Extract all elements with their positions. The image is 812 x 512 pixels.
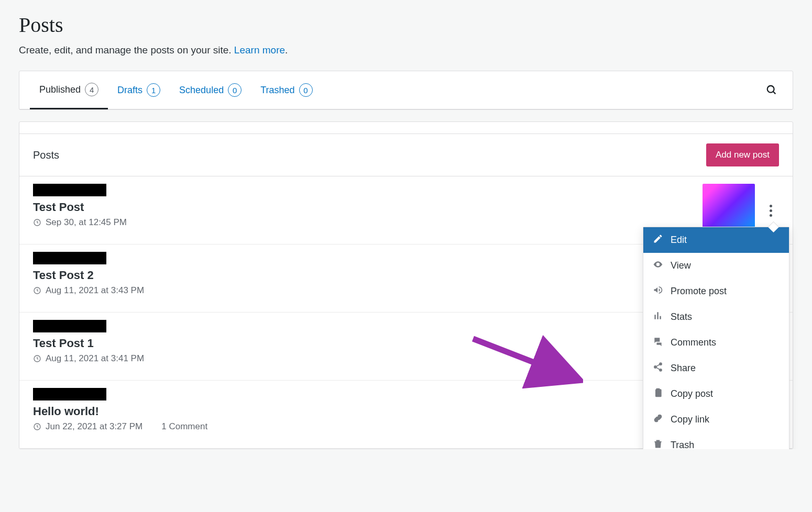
search-icon — [766, 84, 777, 96]
post-comments-count: 1 Comment — [161, 421, 207, 432]
clock-icon — [33, 354, 41, 363]
author-redacted — [33, 388, 106, 400]
menu-item-label: Trash — [671, 440, 694, 449]
tabs-bar: Published4Drafts1Scheduled0Trashed0 — [19, 71, 793, 109]
svg-line-1 — [773, 92, 776, 94]
post-date: Aug 11, 2021 at 3:43 PM — [46, 285, 144, 296]
author-redacted — [33, 252, 106, 264]
page-subtitle-suffix: . — [285, 44, 288, 55]
post-actions-menu: EditViewPromote postStatsCommentsShareCo… — [643, 227, 789, 449]
menu-item-label: Copy link — [671, 414, 709, 425]
menu-item-promote[interactable]: Promote post — [643, 279, 789, 304]
copypost-icon — [653, 387, 663, 400]
comments-icon — [653, 336, 663, 349]
tab-count: 0 — [299, 83, 313, 97]
edit-icon — [653, 233, 663, 247]
trash-icon — [653, 439, 663, 449]
svg-line-9 — [656, 364, 660, 366]
tab-label: Drafts — [117, 85, 142, 96]
learn-more-link[interactable]: Learn more — [234, 44, 285, 55]
tab-count: 1 — [147, 83, 160, 97]
post-main: Test PostSep 30, at 12:45 PM — [33, 184, 703, 228]
menu-item-copypost[interactable]: Copy post — [643, 381, 789, 407]
author-redacted — [33, 320, 106, 332]
tab-scheduled[interactable]: Scheduled0 — [170, 72, 251, 108]
post-date: Jun 22, 2021 at 3:27 PM — [46, 421, 142, 432]
post-list: Test PostSep 30, at 12:45 PMTest Post 2A… — [19, 176, 793, 449]
stats-icon — [653, 310, 663, 324]
tab-count: 4 — [85, 83, 98, 96]
list-heading: Posts — [33, 149, 59, 161]
post-title: Test Post — [33, 201, 703, 214]
more-actions-button[interactable] — [762, 184, 779, 217]
clock-icon — [33, 422, 41, 431]
menu-item-label: View — [671, 260, 691, 271]
clock-icon — [33, 218, 41, 227]
menu-item-copylink[interactable]: Copy link — [643, 407, 789, 432]
post-meta: Sep 30, at 12:45 PM — [33, 217, 703, 228]
posts-card: Posts Add new post Test PostSep 30, at 1… — [19, 121, 793, 449]
share-icon — [653, 362, 663, 375]
post-date: Aug 11, 2021 at 3:41 PM — [46, 353, 144, 364]
menu-item-share[interactable]: Share — [643, 355, 789, 381]
page-title: Posts — [19, 13, 793, 37]
author-redacted — [33, 184, 106, 196]
search-button[interactable] — [761, 80, 782, 101]
ellipsis-icon — [770, 205, 772, 217]
menu-item-label: Stats — [671, 311, 692, 322]
post-thumbnail — [703, 184, 755, 232]
menu-item-label: Copy post — [671, 388, 713, 399]
menu-item-label: Share — [671, 363, 696, 374]
page-subtitle-text: Create, edit, and manage the posts on yo… — [19, 44, 234, 55]
menu-item-view[interactable]: View — [643, 253, 789, 279]
tab-label: Published — [39, 84, 81, 95]
list-header: Posts Add new post — [19, 133, 793, 176]
menu-item-label: Edit — [671, 235, 687, 246]
tab-label: Trashed — [260, 85, 294, 96]
menu-item-stats[interactable]: Stats — [643, 304, 789, 330]
menu-item-comments[interactable]: Comments — [643, 330, 789, 355]
menu-item-trash[interactable]: Trash — [643, 432, 789, 449]
page-subtitle: Create, edit, and manage the posts on yo… — [19, 44, 793, 56]
copylink-icon — [653, 413, 663, 426]
svg-line-10 — [656, 368, 660, 370]
tab-count: 0 — [228, 83, 242, 97]
promote-icon — [653, 285, 663, 298]
post-date: Sep 30, at 12:45 PM — [46, 217, 127, 228]
tab-drafts[interactable]: Drafts1 — [108, 72, 170, 108]
tab-label: Scheduled — [179, 85, 224, 96]
svg-point-0 — [767, 86, 774, 93]
tab-trashed[interactable]: Trashed0 — [251, 72, 322, 108]
clock-icon — [33, 286, 41, 295]
view-icon — [653, 259, 663, 272]
menu-item-label: Promote post — [671, 286, 727, 297]
menu-item-label: Comments — [671, 337, 716, 348]
tab-published[interactable]: Published4 — [30, 71, 108, 109]
add-new-post-button[interactable]: Add new post — [706, 143, 779, 166]
menu-item-edit[interactable]: Edit — [643, 227, 789, 253]
tabs-card: Published4Drafts1Scheduled0Trashed0 — [19, 71, 793, 110]
